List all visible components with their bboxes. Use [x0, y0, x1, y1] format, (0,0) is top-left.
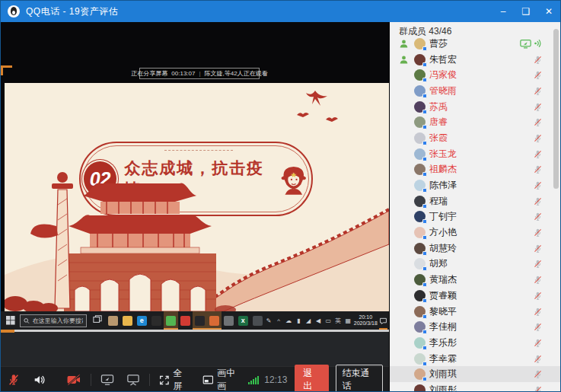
fullscreen-button[interactable]: 全屏 — [153, 367, 196, 392]
member-row[interactable]: 丁钊宇 — [390, 209, 561, 225]
avatar — [414, 384, 426, 392]
clock-date: 2020/3/18 — [354, 320, 378, 327]
mic-muted-button[interactable] — [1, 367, 27, 392]
member-name: 胡郑 — [429, 257, 448, 270]
member-row[interactable]: 李佳桐 — [390, 319, 561, 335]
member-status — [533, 196, 543, 206]
avatar — [414, 321, 426, 333]
mobile-online-badge — [422, 298, 427, 303]
mobile-online-badge — [422, 282, 427, 287]
member-row[interactable]: 刘雨彤 — [390, 382, 561, 392]
avatar — [414, 306, 426, 317]
screen-share-button[interactable] — [94, 367, 120, 392]
member-status — [533, 70, 543, 80]
camera-off-button[interactable] — [60, 367, 88, 392]
member-status — [533, 86, 543, 96]
avatar — [414, 196, 426, 207]
qq-call-window: QQ电话 - 19资产评估 – ❑ ✕ 02 众志成城，抗击疫情 — [0, 0, 561, 392]
muted-mic-icon — [533, 212, 543, 221]
member-name: 刘雨彤 — [429, 384, 457, 392]
muted-mic-icon — [533, 133, 543, 143]
member-row[interactable]: 黄瑞杰 — [390, 272, 561, 288]
member-status — [533, 307, 543, 317]
member-name: 张霞 — [429, 132, 448, 145]
member-status — [533, 55, 543, 65]
member-row[interactable]: 朱哲宏 — [390, 52, 561, 68]
member-name: 张玉龙 — [429, 148, 457, 161]
muted-mic-icon — [533, 307, 543, 317]
share-status-text: 正在分享屏幕 — [131, 69, 167, 78]
muted-mic-icon — [533, 322, 543, 332]
minimize-button[interactable]: – — [492, 1, 515, 22]
qq-icon — [193, 311, 207, 330]
member-row[interactable]: 黎晓平 — [390, 304, 561, 320]
member-row[interactable]: 祖麟杰 — [390, 162, 561, 178]
avatar — [414, 290, 426, 301]
member-row[interactable]: 曹莎 — [390, 36, 561, 52]
member-row[interactable]: 苏禹 — [390, 99, 561, 115]
muted-mic-icon — [533, 164, 543, 174]
muted-mic-icon — [533, 70, 543, 80]
avatar — [414, 132, 426, 144]
member-row[interactable]: 李幸霖 — [390, 351, 561, 367]
muted-mic-icon — [533, 259, 543, 269]
pip-button[interactable]: 画中画 — [196, 367, 249, 392]
avatar — [414, 69, 426, 81]
avatar — [414, 180, 426, 191]
maximize-button[interactable]: ❑ — [515, 1, 537, 22]
taskbar-clock: 20:10 2020/3/18 — [354, 314, 378, 327]
member-row[interactable]: 方小艳 — [390, 225, 561, 241]
whiteboard-button[interactable] — [120, 367, 146, 392]
mobile-online-badge — [422, 235, 427, 240]
members-panel: 群成员 43/46 曹莎朱哲宏冯家俊管晓雨苏禹唐睿张霞张玉龙祖麟杰陈伟泽程瑞丁钊… — [389, 22, 561, 392]
mobile-online-badge — [422, 204, 427, 209]
avatar — [414, 337, 426, 349]
member-row[interactable]: 陈伟泽 — [390, 177, 561, 193]
active-member-icon — [399, 55, 409, 65]
shared-windows-taskbar: ex ✎^☁▮◢◀▭英▦ 20:10 2020/3/18 — [1, 311, 389, 330]
member-row[interactable]: 刘雨琪 — [390, 366, 561, 382]
member-status — [533, 228, 543, 237]
end-call-button[interactable]: 结束通话 — [336, 365, 383, 392]
mobile-online-badge — [422, 172, 427, 177]
close-button[interactable]: ✕ — [537, 1, 560, 22]
avatar — [414, 54, 426, 65]
muted-mic-icon — [533, 55, 543, 65]
muted-mic-icon — [533, 102, 543, 112]
muted-mic-icon — [533, 354, 543, 364]
member-row[interactable]: 李乐彤 — [390, 335, 561, 351]
member-row[interactable]: 唐睿 — [390, 114, 561, 130]
member-name: 管晓雨 — [429, 84, 457, 97]
member-row[interactable]: 张玉龙 — [390, 146, 561, 162]
member-row[interactable]: 张霞 — [390, 130, 561, 146]
muted-mic-icon — [533, 86, 543, 96]
avatar — [414, 258, 426, 269]
screen-sharing-icon — [520, 39, 531, 49]
muted-mic-icon — [533, 117, 543, 127]
member-row[interactable]: 胡郑 — [390, 257, 561, 272]
mobile-online-badge — [422, 362, 427, 366]
member-name: 苏禹 — [429, 100, 448, 113]
member-row[interactable]: 胡慧玲 — [390, 241, 561, 257]
store-icon — [106, 311, 120, 330]
active-member-icon — [399, 39, 409, 49]
member-row[interactable]: 管晓雨 — [390, 83, 561, 99]
avatar — [414, 211, 426, 222]
member-row[interactable]: 冯家俊 — [390, 67, 561, 83]
muted-mic-icon — [533, 275, 543, 285]
speaker-button[interactable] — [27, 367, 53, 392]
member-status — [533, 275, 543, 285]
member-name: 丁钊宇 — [429, 210, 457, 223]
exit-button[interactable]: 退出 — [295, 365, 328, 392]
member-name: 刘雨琪 — [429, 368, 457, 381]
shared-search-box — [20, 314, 87, 327]
member-name: 贾睿颖 — [429, 289, 457, 302]
member-row[interactable]: 程瑞 — [390, 193, 561, 209]
scrollbar-thumb[interactable] — [553, 29, 559, 189]
member-row[interactable]: 贾睿颖 — [390, 288, 561, 304]
display-icon: ▭ — [324, 317, 333, 324]
muted-mic-icon — [533, 338, 543, 348]
member-status — [533, 369, 543, 379]
member-status — [533, 244, 543, 253]
share-viewers: 陈文婕,等42人正在观看 — [205, 69, 268, 78]
